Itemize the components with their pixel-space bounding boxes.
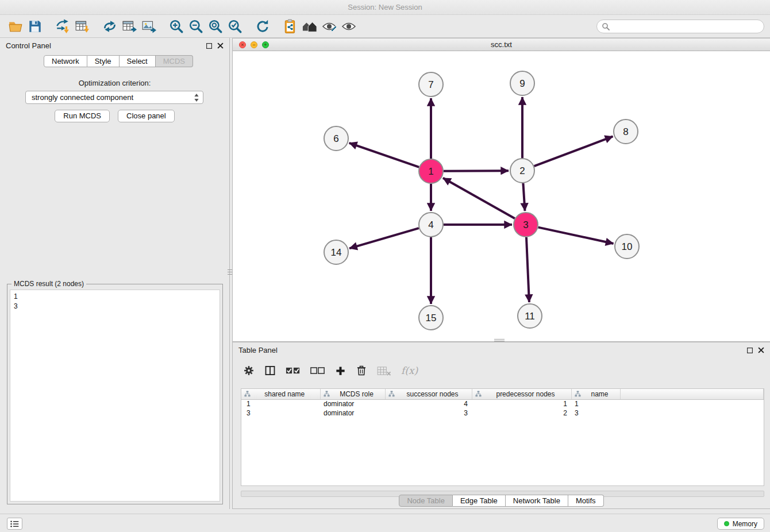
tab-select[interactable]: Select [120, 55, 156, 67]
refresh-icon[interactable] [253, 17, 272, 36]
curved-arrows-icon[interactable] [100, 17, 120, 36]
graph-edge-3-1[interactable] [443, 178, 515, 218]
graph-edge-1-2[interactable] [444, 171, 509, 171]
graph-edge-3-10[interactable] [538, 228, 614, 244]
zoom-out-icon[interactable] [186, 17, 206, 36]
table-cell[interactable]: dominator [320, 408, 385, 418]
graph-node-label-7: 7 [428, 79, 433, 90]
minimize-window-icon[interactable]: − [251, 41, 257, 48]
table-cell[interactable]: 1 [472, 399, 571, 408]
zoom-fit-icon[interactable] [206, 17, 225, 36]
table-cell-filler [620, 399, 764, 408]
table-cell[interactable]: 4 [385, 399, 472, 408]
mcds-result-title: MCDS result (2 nodes) [11, 280, 86, 288]
search-icon [602, 22, 610, 30]
list-icon [10, 520, 20, 528]
column-header-predecessor-nodes[interactable]: predecessor nodes [472, 389, 571, 399]
tab-style[interactable]: Style [87, 55, 120, 67]
network-canvas[interactable]: 7968124314101511 [233, 51, 769, 341]
tab-edge-table[interactable]: Edge Table [453, 495, 506, 507]
zoom-in-icon[interactable] [167, 17, 186, 36]
table-panel: Table Panel f(x) [232, 342, 770, 509]
table-cell[interactable]: 1 [571, 399, 620, 408]
tab-network[interactable]: Network [44, 55, 87, 67]
application-window: Session: New Session [0, 0, 770, 532]
memory-button[interactable]: Memory [717, 518, 764, 530]
table-cell[interactable]: 2 [472, 408, 571, 418]
graph-edge-1-6[interactable] [349, 143, 419, 167]
column-type-icon [388, 391, 395, 397]
graph-node-label-1: 1 [428, 166, 433, 177]
float-panel-icon[interactable] [747, 348, 753, 353]
eye-icon[interactable] [339, 17, 359, 36]
search-input[interactable] [613, 22, 759, 30]
control-panel: Control Panel Network Style Select MCDS … [0, 38, 230, 509]
table-header-row: shared name MCDS role successor nodes pr… [241, 389, 764, 399]
tab-motifs[interactable]: Motifs [568, 495, 604, 507]
column-type-icon [244, 391, 251, 397]
select-stepper-icon [194, 93, 199, 102]
open-file-icon[interactable] [6, 17, 25, 36]
table-panel-header: Table Panel [233, 342, 770, 358]
close-panel-icon[interactable] [758, 347, 764, 353]
column-header-mcds-role[interactable]: MCDS role [320, 389, 385, 399]
mcds-result-group: MCDS result (2 nodes) 1 3 [7, 284, 223, 504]
network-window-titlebar: × − + scc.txt [233, 38, 770, 51]
graph-edge-4-14[interactable] [349, 228, 419, 248]
paste-clipboard-icon[interactable] [280, 17, 300, 36]
delete-icon[interactable] [356, 365, 367, 376]
graph-edge-2-3[interactable] [523, 183, 525, 211]
column-header-successor-nodes[interactable]: successor nodes [385, 389, 472, 399]
import-table-icon[interactable] [72, 17, 92, 36]
mcds-result-text[interactable]: 1 3 [10, 290, 220, 502]
run-mcds-button[interactable]: Run MCDS [55, 110, 110, 122]
close-panel-icon[interactable] [217, 43, 224, 49]
maximize-window-icon[interactable]: + [262, 41, 269, 48]
column-type-icon [575, 391, 581, 397]
table-row[interactable]: 3dominator323 [241, 408, 764, 418]
home-icon[interactable] [300, 17, 319, 36]
export-image-icon[interactable] [139, 17, 159, 36]
node-table: shared name MCDS role successor nodes pr… [241, 388, 764, 486]
columns-icon[interactable] [264, 365, 276, 376]
table-cell-filler [620, 408, 764, 418]
eye-edit-icon[interactable] [319, 17, 339, 36]
float-panel-icon[interactable] [206, 43, 212, 49]
export-table-icon[interactable] [120, 17, 139, 36]
graph-node-label-14: 14 [331, 247, 342, 258]
add-icon[interactable] [335, 365, 346, 376]
control-panel-tabs: Network Style Select MCDS [44, 55, 229, 67]
horizontal-splitter-handle[interactable] [494, 338, 505, 342]
graph-edge-2-8[interactable] [534, 136, 613, 166]
table-cell[interactable]: 3 [571, 408, 620, 418]
import-network-icon[interactable] [53, 17, 72, 36]
optimization-criterion-label: Optimization criterion: [0, 79, 229, 87]
table-panel-title: Table Panel [238, 346, 278, 354]
graph-node-label-2: 2 [519, 165, 525, 176]
gear-icon[interactable] [243, 365, 255, 376]
table-cell[interactable]: 3 [385, 408, 472, 418]
save-session-icon[interactable] [25, 17, 45, 36]
column-header-shared-name[interactable]: shared name [241, 389, 320, 399]
close-window-icon[interactable]: × [239, 41, 246, 48]
search-box[interactable] [596, 20, 764, 33]
task-history-button[interactable] [7, 518, 22, 530]
deselect-all-icon[interactable] [310, 365, 325, 376]
close-panel-button[interactable]: Close panel [118, 110, 175, 122]
graph-node-label-11: 11 [525, 311, 535, 322]
table-cell[interactable]: dominator [320, 399, 385, 408]
table-row[interactable]: 1dominator411 [241, 399, 764, 408]
table-cell[interactable]: 1 [241, 399, 320, 408]
zoom-selected-icon[interactable] [225, 17, 245, 36]
graph-edge-3-11[interactable] [526, 237, 529, 302]
table-cell[interactable]: 3 [241, 408, 320, 418]
memory-label: Memory [733, 520, 757, 528]
vertical-splitter-handle[interactable] [228, 265, 232, 278]
column-header-name[interactable]: name [571, 389, 620, 399]
tab-node-table[interactable]: Node Table [399, 495, 453, 507]
tab-mcds[interactable]: MCDS [156, 55, 193, 67]
select-all-icon[interactable] [286, 365, 301, 376]
optimization-criterion-select[interactable]: strongly connected component [25, 91, 203, 104]
column-type-icon [324, 391, 330, 397]
tab-network-table[interactable]: Network Table [506, 495, 568, 507]
